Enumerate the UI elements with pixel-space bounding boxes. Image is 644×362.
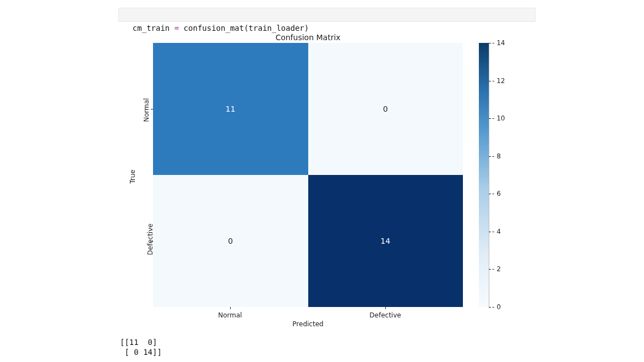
- xtick-dash: [230, 307, 231, 309]
- colorbar-tick-label: - 8: [492, 153, 501, 160]
- code-arg: train_loader: [249, 24, 304, 32]
- ytick-label-1: Defective: [146, 223, 154, 255]
- code-callname: confusion_mat: [184, 24, 244, 32]
- colorbar-dash: [489, 118, 491, 119]
- colorbar-dash: [489, 81, 491, 81]
- x-axis-label: Predicted: [153, 320, 463, 328]
- xtick-label-1: Defective: [369, 311, 401, 319]
- xtick-label-0: Normal: [218, 311, 242, 319]
- colorbar-tick-label: - 2: [492, 266, 501, 272]
- code-assign: =: [170, 24, 183, 32]
- colorbar-dash: [489, 232, 491, 232]
- code-cell: cm_train = confusion_mat(train_loader): [118, 8, 536, 22]
- code-varname: cm_train: [133, 24, 170, 32]
- ytick-label-0: Normal: [143, 98, 150, 122]
- cm-cell-value: 11: [226, 105, 236, 113]
- output-matrix-text: [[11 0] [ 0 14]]: [120, 338, 162, 357]
- cm-cell-value: 0: [383, 105, 388, 113]
- heatmap-grid: 11 0 0 14: [153, 43, 463, 307]
- cm-cell-value: 0: [228, 237, 233, 245]
- colorbar-tick-label: - 4: [492, 228, 501, 235]
- colorbar-tick-label: - 10: [492, 115, 505, 122]
- plot-title: Confusion Matrix: [153, 33, 463, 42]
- colorbar-dash: [489, 269, 491, 270]
- colorbar-dash: [489, 194, 491, 194]
- colorbar: [479, 43, 489, 307]
- xtick-dash: [385, 307, 386, 309]
- cm-cell-01: 0: [308, 43, 463, 175]
- cm-cell-value: 14: [380, 237, 390, 245]
- colorbar-tick-label: - 14: [492, 40, 505, 46]
- ytick-dash: [151, 109, 153, 109]
- cm-cell-10: 0: [153, 175, 308, 307]
- code-rparen: ): [304, 24, 309, 32]
- colorbar-dash: [489, 307, 491, 308]
- code-lparen: (: [244, 24, 248, 32]
- colorbar-tick-label: - 6: [492, 190, 501, 197]
- cm-cell-00: 11: [153, 43, 308, 175]
- colorbar-dash: [489, 156, 491, 157]
- colorbar-tick-label: - 0: [492, 304, 501, 310]
- cm-cell-11: 14: [308, 175, 463, 307]
- y-axis-label: True: [129, 169, 137, 184]
- colorbar-dash: [489, 43, 491, 43]
- heatmap-row: 11 0: [153, 43, 463, 175]
- heatmap-row: 0 14: [153, 175, 463, 307]
- colorbar-tick-label: - 12: [492, 78, 505, 84]
- confusion-matrix-plot: Confusion Matrix 11 0 0 14 Normal Defect…: [153, 43, 463, 307]
